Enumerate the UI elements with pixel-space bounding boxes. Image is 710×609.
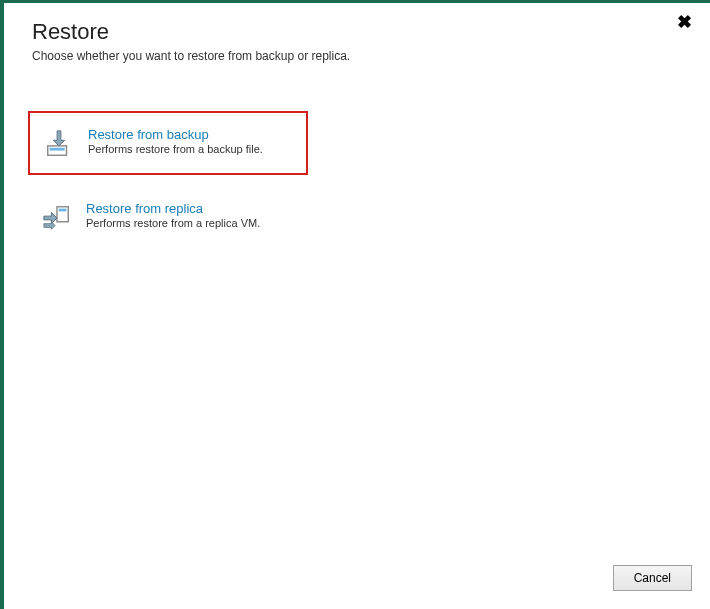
- restore-replica-icon: [42, 203, 72, 233]
- page-title: Restore: [32, 19, 682, 45]
- option-restore-from-backup[interactable]: Restore from backup Performs restore fro…: [28, 111, 308, 175]
- restore-backup-icon: [44, 129, 74, 159]
- close-button[interactable]: ✖: [677, 13, 692, 31]
- svg-rect-3: [59, 209, 67, 212]
- dialog-header: Restore Choose whether you want to resto…: [4, 3, 710, 71]
- option-title: Restore from backup: [88, 127, 263, 142]
- option-restore-from-replica[interactable]: Restore from replica Performs restore fr…: [28, 187, 308, 247]
- cancel-button[interactable]: Cancel: [613, 565, 692, 591]
- options-list: Restore from backup Performs restore fro…: [4, 71, 710, 247]
- page-subtitle: Choose whether you want to restore from …: [32, 49, 682, 63]
- option-description: Performs restore from a backup file.: [88, 143, 263, 155]
- option-text-block: Restore from replica Performs restore fr…: [86, 201, 260, 229]
- option-title: Restore from replica: [86, 201, 260, 216]
- option-text-block: Restore from backup Performs restore fro…: [88, 127, 263, 155]
- dialog-footer: Cancel: [613, 565, 692, 591]
- svg-rect-1: [50, 148, 65, 151]
- option-description: Performs restore from a replica VM.: [86, 217, 260, 229]
